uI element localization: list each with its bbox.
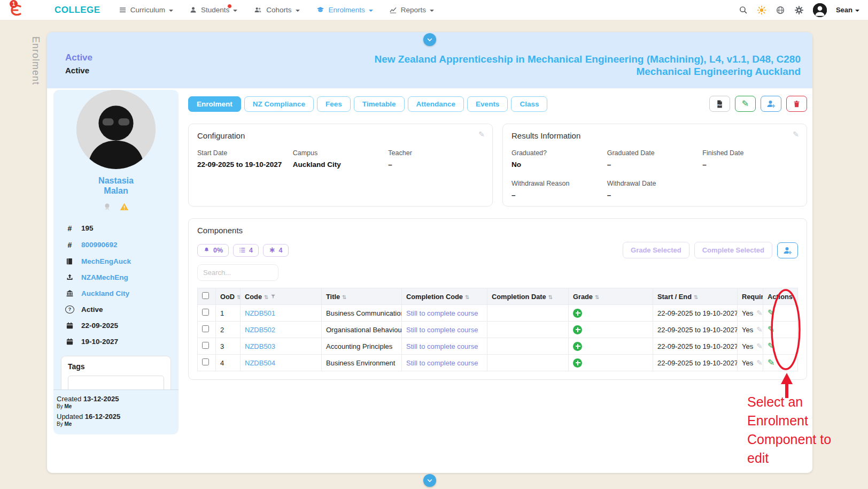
component-code-link[interactable]: NZDB501: [245, 309, 275, 317]
header-completion-code[interactable]: Completion Code: [402, 288, 487, 305]
user-avatar[interactable]: [813, 3, 827, 17]
progress-badge[interactable]: 0%: [197, 244, 229, 257]
edit-component-button[interactable]: [768, 325, 774, 334]
export-pdf-button[interactable]: PDF: [709, 96, 730, 112]
created-date: 13-12-2025: [83, 395, 119, 403]
cell-completion-date: [487, 338, 569, 355]
graduation-cap-icon: [316, 6, 325, 14]
edit-required-icon[interactable]: [756, 342, 763, 350]
tab-enrolment[interactable]: Enrolment: [188, 96, 241, 112]
tab-class[interactable]: Class: [511, 96, 547, 112]
delete-enrolment-button[interactable]: [786, 96, 807, 112]
programme-title: New Zealand Apprenticeship in Mechanical…: [288, 53, 801, 78]
nav-item-enrolments[interactable]: Enrolments: [316, 6, 373, 14]
app-logo[interactable]: 1: [9, 2, 25, 18]
nsn-link[interactable]: 800990692: [81, 241, 118, 249]
cell-required: Yes: [742, 326, 753, 334]
component-code-link[interactable]: NZDB503: [245, 342, 275, 350]
header-ood[interactable]: OoD: [216, 288, 241, 305]
updated-date: 16-12-2025: [85, 412, 121, 421]
tab-fees[interactable]: Fees: [317, 96, 351, 112]
search-icon[interactable]: [739, 5, 748, 14]
user-menu[interactable]: Sean: [836, 6, 859, 14]
nav-item-students[interactable]: Students: [189, 6, 237, 14]
manage-enrolment-user-button[interactable]: [761, 96, 781, 112]
add-grade-button[interactable]: [573, 325, 582, 334]
by-label: By: [57, 421, 63, 427]
edit-required-icon[interactable]: [756, 309, 763, 317]
student-photo[interactable]: [76, 90, 156, 169]
tab-attendance[interactable]: Attendance: [408, 96, 464, 112]
question-circle-icon: [65, 305, 74, 314]
column-label: Required: [742, 293, 763, 301]
header-required[interactable]: Required: [738, 288, 763, 305]
edit-component-button[interactable]: [768, 341, 774, 350]
header-code[interactable]: Code: [241, 288, 322, 305]
assign-components-button[interactable]: [777, 242, 798, 258]
select-all-checkbox[interactable]: [202, 292, 209, 299]
completion-code-link[interactable]: Still to complete course: [406, 309, 478, 317]
complete-selected-button[interactable]: Complete Selected: [694, 242, 772, 258]
tab-nz-compliance[interactable]: NZ Compliance: [244, 96, 314, 112]
grade-selected-button[interactable]: Grade Selected: [623, 242, 689, 258]
brand-name[interactable]: COLLEGE: [55, 5, 100, 16]
programme-link[interactable]: NZAMechEng: [81, 273, 128, 281]
tab-events[interactable]: Events: [467, 96, 508, 112]
filter-funnel-icon[interactable]: [270, 294, 276, 299]
enrolment-status-link[interactable]: Active: [65, 52, 92, 63]
component-count-badge[interactable]: 4: [233, 244, 259, 257]
programme-title-line2: Mechanical Engineering Auckland: [288, 65, 801, 78]
component-code-link[interactable]: NZDB504: [245, 359, 275, 367]
warning-icon[interactable]: [119, 202, 129, 211]
field-label: Campus: [293, 149, 389, 157]
edit-component-button[interactable]: [768, 358, 774, 367]
student-name[interactable]: Nastasia Malan: [53, 175, 179, 196]
cell-start-end: 22-09-2025 to 19-10-2027: [653, 322, 738, 338]
nav-label: Cohorts: [266, 6, 291, 14]
row-checkbox[interactable]: [202, 358, 209, 365]
created-by-value: Me: [64, 403, 72, 409]
tab-timetable[interactable]: Timetable: [354, 96, 405, 112]
edit-enrolment-button[interactable]: [735, 96, 756, 112]
expand-footer-button[interactable]: [423, 474, 436, 487]
calendar-icon: [65, 338, 74, 346]
edit-results-icon[interactable]: [793, 131, 799, 138]
menu-icon: [119, 6, 127, 14]
configuration-fields: Start Date 22-09-2025 to 19-10-2027 Camp…: [197, 149, 484, 169]
student-panel: Nastasia Malan 195 800990692: [53, 90, 179, 434]
header-start-end[interactable]: Start / End: [653, 288, 738, 305]
campus-link[interactable]: Auckland City: [81, 289, 129, 297]
add-grade-button[interactable]: [573, 309, 582, 318]
enrolment-header: Active Active New Zealand Apprenticeship…: [47, 32, 812, 88]
header-completion-date[interactable]: Completion Date: [487, 288, 569, 305]
add-grade-button[interactable]: [573, 358, 582, 368]
field-graduated-date: Graduated Date –: [607, 149, 703, 169]
header-grade[interactable]: Grade: [569, 288, 653, 305]
field-teacher: Teacher –: [388, 149, 484, 169]
header-title[interactable]: Title: [322, 288, 402, 305]
nav-label: Curriculum: [130, 6, 165, 14]
nav-item-curriculum[interactable]: Curriculum: [119, 6, 173, 14]
row-checkbox[interactable]: [202, 309, 209, 316]
settings-gear-icon[interactable]: [794, 5, 804, 15]
nav-item-cohorts[interactable]: Cohorts: [253, 6, 299, 14]
edit-required-icon[interactable]: [756, 359, 763, 366]
school-link[interactable]: MechEngAuck: [81, 257, 131, 265]
language-globe-icon[interactable]: [776, 5, 785, 15]
component-code-link[interactable]: NZDB502: [245, 326, 275, 334]
row-checkbox[interactable]: [202, 325, 209, 332]
column-label: Code: [245, 293, 268, 301]
edit-component-button[interactable]: [768, 308, 774, 317]
nav-item-reports[interactable]: Reports: [389, 6, 434, 14]
collapse-header-button[interactable]: [423, 33, 436, 46]
edit-configuration-icon[interactable]: [478, 131, 485, 138]
completion-code-link[interactable]: Still to complete course: [406, 326, 478, 334]
completion-code-link[interactable]: Still to complete course: [406, 342, 478, 350]
credits-badge[interactable]: 4: [263, 244, 289, 257]
add-grade-button[interactable]: [573, 342, 582, 351]
row-checkbox[interactable]: [202, 342, 209, 349]
components-search-input[interactable]: [197, 264, 278, 281]
completion-code-link[interactable]: Still to complete course: [406, 359, 478, 367]
edit-required-icon[interactable]: [756, 326, 763, 333]
theme-sun-icon[interactable]: [757, 5, 766, 15]
